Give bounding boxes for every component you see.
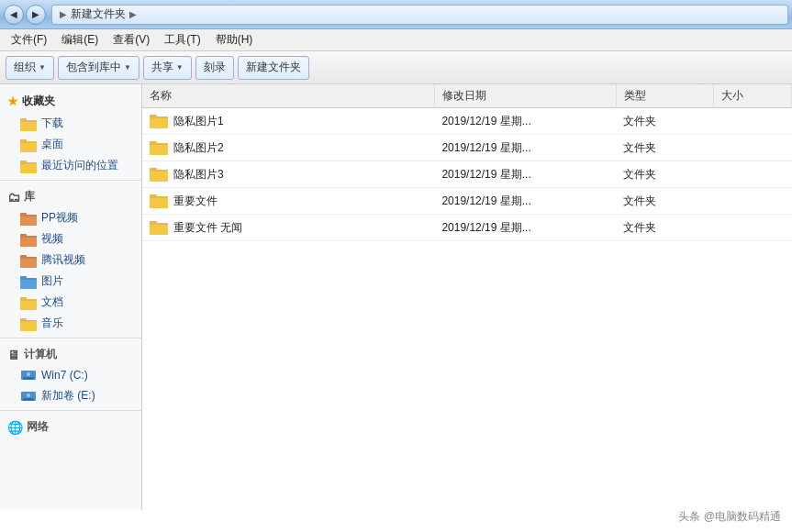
- menu-file[interactable]: 文件(F): [4, 30, 54, 50]
- folder-file-icon: [150, 113, 168, 129]
- svg-rect-22: [20, 301, 37, 310]
- network-icon: 🌐: [7, 420, 23, 435]
- menu-view[interactable]: 查看(V): [106, 30, 157, 50]
- folder-file-icon: [150, 193, 168, 209]
- file-name: 隐私图片3: [173, 167, 224, 183]
- file-type: 文件夹: [616, 188, 713, 215]
- table-row[interactable]: 重要文件 无闻 2019/12/19 星期...文件夹: [142, 215, 792, 241]
- folder-icon: [20, 138, 37, 152]
- sidebar-sep-1: [0, 180, 141, 181]
- organize-button[interactable]: 组织 ▼: [6, 56, 54, 80]
- main-area: ★ 收藏夹 下载 桌面 最近访问的位置: [0, 84, 792, 510]
- sidebar-library-header[interactable]: 🗂 库: [0, 184, 141, 207]
- svg-point-32: [27, 393, 30, 397]
- tencent-folder-icon: [20, 253, 37, 268]
- path-end-arrow: ▶: [129, 9, 137, 19]
- file-size: [714, 215, 792, 241]
- sidebar-drive-c-label: Win7 (C:): [41, 369, 88, 382]
- sidebar-music-label: 音乐: [41, 316, 63, 331]
- sidebar-item-drive-e[interactable]: 新加卷 (E:): [0, 385, 141, 406]
- folder-file-icon: [150, 219, 168, 236]
- svg-rect-5: [20, 139, 27, 143]
- svg-rect-1: [20, 122, 37, 131]
- toolbar: 组织 ▼ 包含到库中 ▼ 共享 ▼ 刻录 新建文件夹: [0, 51, 792, 84]
- back-button[interactable]: ◀: [4, 5, 24, 25]
- menu-edit[interactable]: 编辑(E): [54, 30, 106, 50]
- sidebar-pictures-label: 图片: [41, 273, 63, 289]
- sidebar-item-ppvideo[interactable]: PP视频: [0, 207, 141, 228]
- new-folder-button[interactable]: 新建文件夹: [238, 56, 309, 80]
- file-size: [714, 161, 792, 188]
- svg-rect-44: [150, 194, 157, 198]
- sidebar-item-desktop[interactable]: 桌面: [0, 134, 141, 155]
- sidebar-computer-header[interactable]: 🖥 计算机: [0, 342, 141, 365]
- col-name[interactable]: 名称: [142, 84, 434, 108]
- table-row[interactable]: 隐私图片3 2019/12/19 星期...文件夹: [142, 161, 792, 188]
- table-row[interactable]: 重要文件 2019/12/19 星期...文件夹: [142, 188, 792, 215]
- include-library-label: 包含到库中: [66, 60, 121, 75]
- file-size: [714, 135, 792, 161]
- col-type[interactable]: 类型: [616, 84, 713, 108]
- svg-rect-11: [20, 213, 27, 216]
- include-library-button[interactable]: 包含到库中 ▼: [58, 56, 139, 80]
- music-folder-icon: [20, 316, 37, 331]
- address-path[interactable]: ▶ 新建文件夹 ▶: [51, 5, 788, 25]
- svg-rect-31: [23, 398, 34, 401]
- svg-point-29: [27, 372, 30, 376]
- sidebar-item-recent[interactable]: 最近访问的位置: [0, 155, 141, 176]
- media-folder-icon: [20, 211, 37, 226]
- video-folder-icon: [20, 232, 37, 247]
- file-name: 隐私图片2: [173, 140, 224, 156]
- sidebar-recent-label: 最近访问的位置: [41, 158, 118, 173]
- forward-button[interactable]: ▶: [26, 5, 46, 25]
- share-label: 共享: [151, 60, 173, 75]
- sidebar-favorites-header[interactable]: ★ 收藏夹: [0, 90, 141, 113]
- sidebar-item-tencent-video[interactable]: 腾讯视频: [0, 249, 141, 271]
- svg-rect-47: [150, 221, 157, 225]
- svg-rect-8: [20, 161, 27, 164]
- svg-rect-26: [20, 318, 27, 322]
- col-modified[interactable]: 修改日期: [434, 84, 616, 108]
- watermark: 头条 @电脑数码精通: [678, 509, 781, 525]
- window-controls: ◀ ▶: [4, 5, 46, 25]
- sidebar-download-label: 下载: [41, 116, 63, 131]
- menu-help[interactable]: 帮助(H): [208, 30, 261, 50]
- burn-label: 刻录: [204, 60, 226, 75]
- file-name: 重要文件: [173, 194, 218, 209]
- svg-rect-2: [20, 118, 27, 122]
- menu-tools[interactable]: 工具(T): [157, 30, 207, 50]
- svg-rect-19: [20, 280, 37, 289]
- sidebar-item-video[interactable]: 视频: [0, 228, 141, 249]
- watermark-text: 头条 @电脑数码精通: [678, 510, 781, 523]
- burn-button[interactable]: 刻录: [195, 56, 234, 80]
- table-header-row: 名称 修改日期 类型 大小: [142, 84, 792, 108]
- star-icon: ★: [7, 94, 18, 108]
- sidebar-item-drive-c[interactable]: Win7 (C:): [0, 365, 141, 385]
- file-type: 文件夹: [616, 135, 713, 161]
- table-row[interactable]: 隐私图片2 2019/12/19 星期...文件夹: [142, 135, 792, 161]
- sidebar-item-documents[interactable]: 文档: [0, 292, 141, 313]
- path-arrow: ▶: [60, 9, 67, 19]
- table-row[interactable]: 隐私图片1 2019/12/19 星期...文件夹: [142, 108, 792, 135]
- file-modified: 2019/12/19 星期...: [434, 215, 616, 241]
- include-library-arrow: ▼: [124, 63, 131, 72]
- svg-rect-17: [20, 255, 27, 259]
- sidebar-network-header[interactable]: 🌐 网络: [0, 415, 141, 438]
- file-name: 重要文件 无闻: [173, 220, 242, 236]
- sidebar-desktop-label: 桌面: [41, 137, 63, 152]
- svg-rect-40: [150, 172, 168, 182]
- sidebar-documents-label: 文档: [41, 294, 63, 310]
- col-size[interactable]: 大小: [714, 84, 792, 108]
- svg-rect-7: [20, 164, 37, 173]
- sidebar-video-label: 视频: [41, 231, 63, 247]
- svg-rect-41: [150, 168, 157, 172]
- svg-rect-25: [20, 322, 37, 331]
- library-title: 库: [24, 189, 35, 205]
- svg-rect-4: [20, 143, 37, 152]
- share-button[interactable]: 共享 ▼: [143, 56, 192, 80]
- sidebar-item-pictures[interactable]: 图片: [0, 271, 141, 292]
- sidebar-item-music[interactable]: 音乐: [0, 313, 141, 334]
- svg-rect-13: [20, 238, 37, 247]
- file-size: [714, 108, 792, 135]
- sidebar-item-download[interactable]: 下载: [0, 113, 141, 134]
